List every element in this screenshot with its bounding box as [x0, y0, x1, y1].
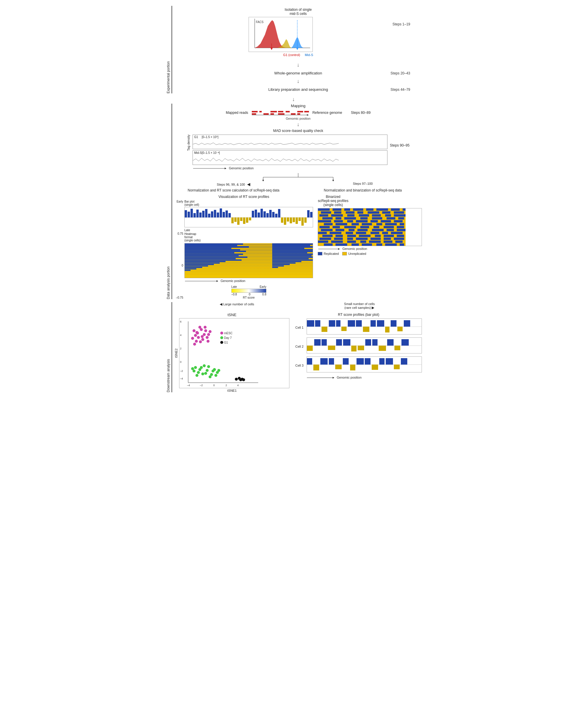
cell3-barplot: [307, 357, 422, 372]
svg-rect-231: [320, 237, 331, 240]
svg-rect-15: [278, 111, 283, 112]
binarized-genomic-row: Genomic position: [318, 247, 367, 251]
svg-rect-208: [384, 226, 394, 228]
svg-rect-193: [371, 220, 378, 223]
wga-row: Whole-genome amplification Steps 20–43: [174, 71, 422, 75]
svg-text:mESC: mESC: [224, 332, 233, 335]
svg-point-283: [201, 335, 204, 338]
svg-rect-346: [401, 339, 409, 346]
svg-rect-130: [226, 261, 272, 262]
svg-point-290: [201, 372, 204, 376]
svg-rect-34: [199, 212, 202, 218]
tsne-title: tSNE: [174, 313, 289, 317]
svg-rect-237: [394, 237, 404, 240]
svg-point-274: [192, 329, 195, 332]
svg-rect-117: [185, 256, 248, 258]
downstream-panels: tSNE tSNE2 6 4 2: [174, 313, 422, 392]
colorbar-zero: 0: [249, 293, 251, 296]
rtbar-genomic-arrow: [306, 376, 335, 380]
svg-rect-88: [310, 245, 313, 246]
branch-svg: [240, 173, 356, 181]
svg-text:0: 0: [180, 361, 182, 363]
svg-rect-111: [272, 254, 313, 255]
svg-rect-132: [301, 261, 313, 262]
svg-rect-46: [234, 218, 237, 222]
svg-rect-103: [272, 251, 313, 252]
svg-rect-239: [331, 241, 343, 243]
svg-rect-174: [394, 211, 404, 214]
svg-rect-126: [241, 259, 272, 261]
svg-rect-134: [220, 263, 272, 264]
svg-rect-145: [185, 267, 202, 268]
svg-text:4: 4: [237, 384, 239, 387]
experimental-section-wrapper: Experimental portion Isolation of single…: [165, 6, 422, 93]
svg-rect-106: [234, 252, 272, 253]
svg-text:–4: –4: [180, 377, 183, 380]
svg-rect-12: [263, 113, 269, 115]
svg-rect-124: [309, 258, 313, 259]
svg-point-293: [200, 366, 203, 369]
tsne1-xlabel: tSNE1: [174, 389, 289, 392]
rt-chart-area: Bar plot(single cell): [184, 200, 313, 299]
svg-rect-85: [185, 245, 237, 246]
svg-text:–2: –2: [180, 369, 183, 372]
svg-rect-42: [222, 212, 225, 218]
svg-point-312: [220, 336, 223, 339]
facs-svg: FACS: [249, 17, 312, 52]
svg-rect-150: [196, 268, 313, 269]
svg-rect-147: [272, 267, 278, 268]
svg-rect-110: [243, 254, 272, 255]
svg-rect-342: [372, 339, 377, 346]
svg-point-284: [193, 343, 196, 346]
svg-rect-350: [320, 358, 328, 365]
svg-rect-116: [311, 255, 313, 256]
svg-point-286: [194, 366, 197, 369]
svg-rect-348: [307, 358, 312, 365]
arrow2: ↓: [297, 78, 300, 84]
svg-rect-45: [231, 218, 234, 223]
reads-svg: [251, 110, 309, 116]
svg-rect-14: [271, 113, 274, 115]
svg-rect-337: [336, 339, 342, 346]
svg-rect-327: [377, 320, 384, 327]
heatmap-label: Heatmapformat(single cells): [184, 232, 313, 242]
svg-rect-341: [365, 339, 371, 346]
svg-rect-340: [358, 346, 364, 350]
svg-rect-219: [346, 232, 353, 234]
svg-rect-203: [320, 226, 330, 228]
svg-rect-144: [284, 265, 313, 267]
svg-rect-152: [190, 270, 313, 271]
svg-point-297: [191, 367, 194, 370]
svg-text:2: 2: [180, 347, 182, 350]
svg-rect-137: [185, 264, 214, 265]
colorbar-pos: 0.8: [262, 293, 266, 296]
svg-rect-125: [185, 259, 241, 261]
svg-rect-359: [386, 358, 393, 365]
mad-mids-label: Mid-S: [194, 151, 202, 154]
svg-rect-13: [271, 111, 277, 112]
svg-rect-355: [356, 358, 364, 365]
svg-rect-360: [394, 365, 400, 369]
svg-rect-52: [252, 211, 254, 218]
rtbar-genomic-label: Genomic position: [337, 376, 361, 379]
genomic-pos1: Genomic position: [174, 117, 422, 120]
unreplicated-swatch: [342, 252, 347, 255]
svg-rect-185: [360, 217, 368, 220]
rtbar-genomic-row: Genomic position: [306, 376, 422, 380]
svg-rect-122: [236, 258, 272, 259]
svg-rect-207: [373, 226, 379, 228]
svg-rect-36: [205, 209, 207, 218]
facs-title: Isolation of singlemid-S cells: [249, 7, 348, 16]
svg-rect-95: [272, 248, 304, 249]
mids-label: Mid-S: [305, 53, 313, 56]
rt-left-panel: Visualization of RT score profiles Early…: [174, 195, 313, 299]
svg-text:2: 2: [226, 384, 227, 387]
heatmap-genomic-label: Genomic position: [220, 279, 245, 282]
svg-rect-64: [287, 218, 289, 222]
colorbar: [231, 289, 266, 293]
rt-val-zero: 0: [182, 264, 183, 267]
early-colorbar-label: Early: [260, 285, 266, 289]
svg-rect-19: [297, 111, 303, 112]
replicated-swatch: [318, 252, 322, 255]
svg-text:G1: G1: [224, 341, 228, 344]
